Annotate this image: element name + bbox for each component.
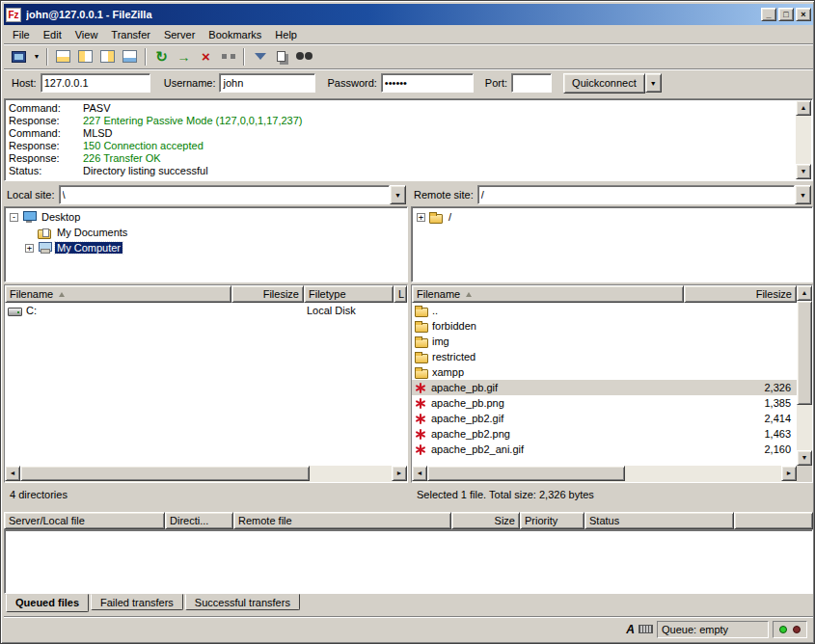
folder-icon [415,369,428,379]
tab-failed-transfers[interactable]: Failed transfers [91,594,183,610]
password-label: Password: [327,77,376,89]
password-input[interactable] [381,73,474,93]
tab-successful-transfers[interactable]: Successful transfers [185,594,300,610]
column-remote-file[interactable]: Remote file [233,512,451,529]
collapse-icon[interactable]: - [10,213,18,222]
local-site-dropdown[interactable]: ▼ [390,185,406,204]
scroll-down-icon[interactable]: ▼ [796,164,811,179]
menu-server[interactable]: Server [157,26,202,43]
remote-file-row[interactable]: xampp [412,364,797,380]
menu-bookmarks[interactable]: Bookmarks [202,26,268,43]
column-direction[interactable]: Directi... [165,512,233,529]
refresh-button[interactable]: ↻ [150,46,173,67]
menu-transfer[interactable]: Transfer [104,26,157,43]
scroll-right-icon[interactable]: ► [781,466,797,481]
tree-item-root[interactable]: + / [414,209,810,225]
column-filler [734,512,813,529]
column-filetype[interactable]: Filetype [304,285,394,303]
log-scrollbar[interactable]: ▲ ▼ [796,100,811,179]
scrollbar-thumb[interactable] [797,301,812,405]
remote-site-row: Remote site: ▼ [411,184,813,205]
remote-list-header: Filename Filesize [412,285,797,303]
tree-item-desktop[interactable]: - Desktop [7,209,405,225]
remote-file-row[interactable]: apache_pb2.png 1,463 [412,426,797,442]
local-horizontal-scrollbar[interactable]: ◄ ► [5,466,407,482]
scroll-left-icon[interactable]: ◄ [412,466,427,481]
menu-file[interactable]: File [6,26,37,43]
port-input[interactable] [511,73,552,93]
toggle-local-tree-button[interactable] [74,46,96,67]
transfer-type-indicator-icon: A [626,623,635,636]
log-line: Command:PASV [8,102,794,115]
scrollbar-thumb[interactable] [20,466,310,481]
scrollbar-thumb[interactable] [427,466,625,481]
message-log: Command:PASV Response:227 Entering Passi… [4,98,813,181]
menubar: File Edit View Transfer Server Bookmarks… [4,25,813,43]
remote-site-dropdown[interactable]: ▼ [795,185,811,204]
close-button[interactable]: × [796,8,811,21]
tab-queued-files[interactable]: Queued files [6,594,89,612]
message-log-content: Command:PASV Response:227 Entering Passi… [8,102,794,177]
column-filename[interactable]: Filename [5,285,231,303]
local-tree-icon [78,50,93,63]
column-filesize[interactable]: Filesize [684,285,797,303]
sort-asc-icon [59,292,65,297]
column-size[interactable]: Size [451,512,520,529]
column-filesize[interactable]: Filesize [231,285,304,303]
cancel-button[interactable]: × [195,46,217,67]
remote-file-row[interactable]: apache_pb2.gif 2,414 [412,411,797,426]
maximize-button[interactable]: □ [778,8,794,21]
scroll-left-icon[interactable]: ◄ [5,466,20,481]
find-button[interactable] [293,46,315,67]
menu-view[interactable]: View [68,26,105,43]
folder-icon [415,338,428,348]
compare-button[interactable] [271,46,293,67]
expand-icon[interactable]: + [417,213,425,222]
column-server-local-file[interactable]: Server/Local file [4,512,165,529]
column-last-modified[interactable]: L [394,285,407,303]
process-queue-button[interactable]: → [173,46,195,67]
tree-item-my-documents[interactable]: My Documents [7,225,405,240]
local-site-input[interactable] [59,185,390,204]
column-priority[interactable]: Priority [520,512,584,529]
remote-horizontal-scrollbar[interactable]: ◄ ► [412,466,797,482]
local-file-row[interactable]: C: Local Disk [5,303,407,318]
remote-file-row[interactable]: .. [412,303,797,318]
remote-site-input[interactable] [477,185,795,204]
quickconnect-dropdown[interactable]: ▼ [645,73,662,93]
minimize-button[interactable]: _ [761,8,776,21]
scroll-up-icon[interactable]: ▲ [796,100,811,116]
column-filename[interactable]: Filename [412,285,684,303]
filter-button[interactable] [249,46,271,67]
scroll-up-icon[interactable]: ▲ [797,285,812,301]
toggle-message-log-button[interactable] [52,46,74,67]
remote-file-row[interactable]: restricted [412,349,797,364]
local-list-header: Filename Filesize Filetype L [5,285,407,303]
remote-file-row[interactable]: img [412,334,797,349]
remote-file-row-selected[interactable]: apache_pb.gif 2,326 [412,380,797,395]
site-manager-dropdown[interactable]: ▼ [30,46,42,67]
remote-vertical-scrollbar[interactable]: ▲ ▼ [797,285,812,482]
compare-icon [277,51,285,62]
scroll-down-icon[interactable]: ▼ [797,450,812,466]
disconnect-button[interactable] [217,46,239,67]
expand-icon[interactable]: + [25,244,34,253]
host-input[interactable] [41,73,150,93]
menu-edit[interactable]: Edit [37,26,68,43]
toggle-remote-tree-button[interactable] [96,46,119,67]
remote-file-row[interactable]: apache_pb.png 1,385 [412,395,797,411]
toggle-queue-button[interactable] [119,46,141,67]
remote-file-row[interactable]: apache_pb2_ani.gif 2,160 [412,442,797,457]
refresh-icon: ↻ [155,49,168,64]
username-input[interactable] [219,73,315,93]
remote-file-row[interactable]: forbidden [412,318,797,334]
menu-help[interactable]: Help [268,26,304,43]
folder-open-icon [429,214,443,224]
queue-header: Server/Local file Directi... Remote file… [4,512,813,529]
tree-item-my-computer[interactable]: + My Computer [7,240,405,255]
scroll-right-icon[interactable]: ► [392,466,407,481]
site-manager-button[interactable] [8,46,30,67]
queue-tabs: Queued files Failed transfers Successful… [6,594,302,615]
column-status[interactable]: Status [584,512,734,529]
quickconnect-button[interactable]: Quickconnect [563,73,645,94]
